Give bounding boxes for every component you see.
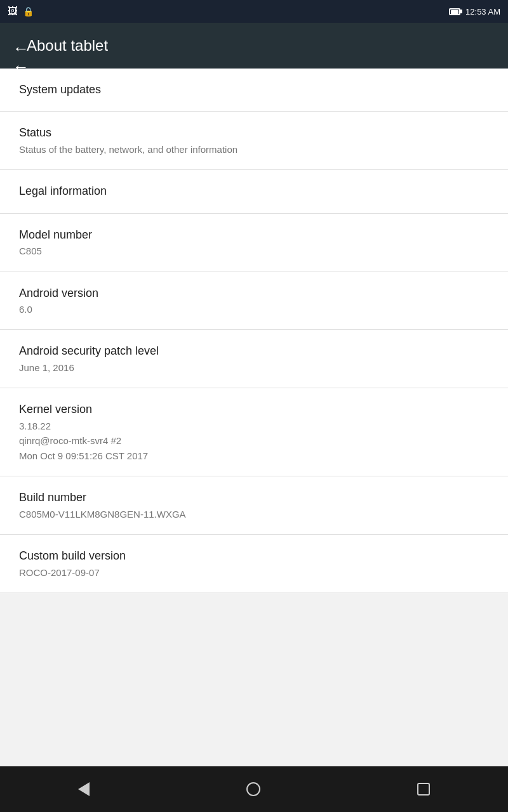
settings-item-subtitle-model-number: C805	[19, 245, 489, 258]
back-button[interactable]: ←	[13, 39, 27, 53]
settings-item-kernel-version: Kernel version 3.18.22 qinrq@roco-mtk-sv…	[0, 388, 508, 476]
status-time: 12:53 AM	[465, 7, 500, 16]
content-bottom-space	[0, 593, 508, 720]
app-bar: ← About tablet	[0, 23, 508, 69]
settings-item-title-android-version: Android version	[19, 286, 489, 301]
image-icon: 🖼	[8, 6, 18, 17]
settings-item-subtitle-status: Status of the battery, network, and othe…	[19, 143, 489, 156]
settings-item-subtitle-android-version: 6.0	[19, 303, 489, 316]
settings-item-title-security-patch: Android security patch level	[19, 344, 489, 358]
settings-item-title-status: Status	[19, 126, 489, 140]
settings-item-subtitle-kernel-version-line2: qinrq@roco-mtk-svr4 #2	[19, 435, 489, 447]
home-nav-icon	[246, 782, 260, 796]
battery-icon	[449, 8, 460, 15]
settings-item-title-build-number: Build number	[19, 490, 489, 505]
recents-nav-icon	[417, 783, 430, 796]
settings-content: System updates Status Status of the batt…	[0, 69, 508, 766]
status-bar-left: 🖼 🔒	[8, 6, 34, 17]
settings-item-system-updates[interactable]: System updates	[0, 69, 508, 112]
settings-item-subtitle-kernel-version-line3: Mon Oct 9 09:51:26 CST 2017	[19, 450, 489, 462]
settings-item-security-patch: Android security patch level June 1, 201…	[0, 330, 508, 388]
nav-home-button[interactable]	[227, 776, 279, 802]
page-title: About tablet	[27, 37, 108, 55]
nav-bar	[0, 766, 508, 812]
nav-back-button[interactable]	[59, 776, 109, 802]
settings-item-title-legal: Legal information	[19, 184, 489, 199]
status-bar-right: 12:53 AM	[449, 7, 500, 16]
settings-item-android-version: Android version 6.0	[0, 272, 508, 331]
settings-item-status[interactable]: Status Status of the battery, network, a…	[0, 112, 508, 170]
back-nav-icon	[78, 782, 90, 796]
settings-item-custom-build: Custom build version ROCO-2017-09-07	[0, 535, 508, 593]
settings-item-title-custom-build: Custom build version	[19, 549, 489, 563]
settings-item-build-number: Build number C805M0-V11LKM8GN8GEN-11.WXG…	[0, 476, 508, 535]
nav-recents-button[interactable]	[398, 776, 449, 802]
settings-item-model-number: Model number C805	[0, 214, 508, 272]
settings-item-title-system-updates: System updates	[19, 82, 489, 97]
status-bar: 🖼 🔒 12:53 AM	[0, 0, 508, 23]
settings-item-legal[interactable]: Legal information	[0, 170, 508, 213]
settings-item-subtitle-custom-build: ROCO-2017-09-07	[19, 566, 489, 579]
settings-item-subtitle-kernel-version-line1: 3.18.22	[19, 420, 489, 433]
settings-item-title-model-number: Model number	[19, 228, 489, 242]
settings-item-subtitle-build-number: C805M0-V11LKM8GN8GEN-11.WXGA	[19, 508, 489, 521]
settings-item-subtitle-security-patch: June 1, 2016	[19, 362, 489, 374]
settings-item-title-kernel-version: Kernel version	[19, 402, 489, 417]
lock-icon: 🔒	[23, 6, 34, 16]
